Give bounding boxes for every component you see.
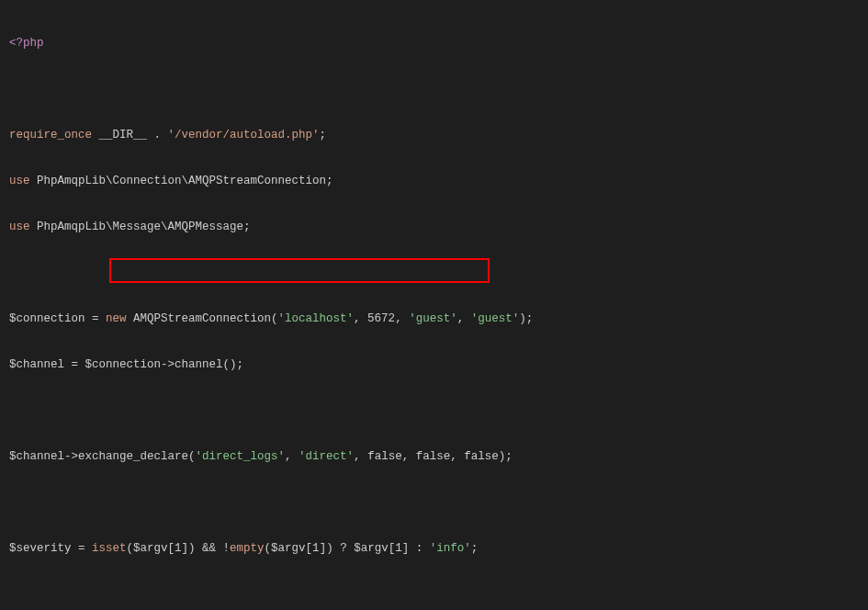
string: 'direct' [299, 450, 354, 463]
expr: ($argv[ [265, 542, 313, 555]
keyword-isset: isset [92, 542, 127, 555]
string: 'guest' [409, 312, 457, 325]
punct: , [457, 312, 471, 325]
stmt: $channel = $connection->channel(); [9, 358, 243, 371]
number: 5672 [367, 312, 395, 325]
punct: ); [499, 450, 513, 463]
php-open-tag: <?php [9, 37, 44, 50]
keyword-use: use [9, 220, 30, 233]
string: 'direct_logs' [196, 450, 286, 463]
var-assign: $severity = [9, 542, 92, 555]
number: 1 [175, 542, 182, 555]
keyword-use: use [9, 175, 30, 187]
punct: ; [471, 542, 479, 555]
code-line: $connection = new AMQPStreamConnection('… [9, 308, 859, 331]
bool: false [416, 450, 451, 463]
punct: , [395, 312, 409, 325]
code-line: use PhpAmqpLib\Message\AMQPMessage; [9, 216, 859, 239]
number: 1 [395, 542, 402, 555]
string: 'guest' [471, 312, 520, 325]
expr: ]) ? $argv[ [320, 542, 396, 555]
punct: ; [320, 129, 327, 141]
code-line [9, 78, 859, 101]
punct: , [354, 312, 367, 325]
code-line: <?php [9, 32, 859, 55]
magic-const: __DIR__ [92, 129, 154, 141]
stmt: $channel->exchange_declare( [9, 450, 196, 463]
code-line: $channel->exchange_declare('direct_logs'… [9, 446, 859, 469]
keyword-new: new [106, 312, 127, 325]
number: 1 [312, 542, 320, 555]
operator: . [154, 129, 168, 141]
code-line: $channel = $connection->channel(); [9, 354, 859, 377]
string: '/vendor/autoload.php' [168, 129, 320, 141]
punct: ); [519, 312, 533, 325]
keyword-empty: empty [230, 542, 265, 555]
code-editor: <?php require_once __DIR__ . '/vendor/au… [0, 0, 868, 610]
code-line [9, 583, 859, 606]
class-call: AMQPStreamConnection( [127, 312, 278, 325]
expr: ] : [402, 542, 430, 555]
expr: ]) && ! [182, 542, 231, 555]
code-line [9, 400, 859, 423]
namespace: PhpAmqpLib\Message\AMQPMessage; [30, 220, 251, 233]
namespace: PhpAmqpLib\Connection\AMQPStreamConnecti… [30, 175, 333, 187]
punct: , [402, 450, 416, 463]
code-line: $severity = isset($argv[1]) && !empty($a… [9, 537, 859, 560]
string: 'localhost' [278, 312, 355, 325]
expr: ($argv[ [127, 542, 175, 555]
string: 'info' [430, 542, 471, 555]
punct: , [354, 450, 367, 463]
code-line [9, 262, 859, 285]
code-line: require_once __DIR__ . '/vendor/autoload… [9, 124, 859, 147]
bool: false [464, 450, 499, 463]
keyword-require: require_once [9, 129, 92, 141]
punct: , [450, 450, 464, 463]
bool: false [367, 450, 402, 463]
punct: , [285, 450, 299, 463]
var-assign: $connection = [9, 312, 106, 325]
code-line: use PhpAmqpLib\Connection\AMQPStreamConn… [9, 170, 859, 193]
code-line [9, 491, 859, 514]
